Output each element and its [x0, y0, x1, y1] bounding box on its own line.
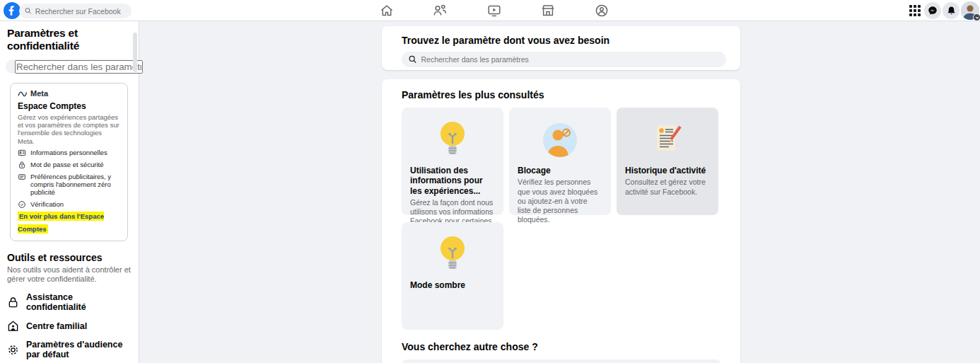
meta-item-password-security[interactable]: Mot de passe et sécurité: [18, 161, 120, 169]
center-navigation: [379, 0, 609, 21]
gear-icon: [7, 344, 19, 356]
friends-icon[interactable]: [433, 4, 448, 18]
accounts-center-description: Gérez vos expériences partagées et vos p…: [18, 113, 120, 145]
id-card-icon: [18, 149, 26, 157]
verification-check-icon: [18, 200, 26, 209]
marketplace-icon[interactable]: [540, 4, 555, 18]
groups-icon[interactable]: [594, 4, 609, 18]
settings-sidebar: Paramètres et confidentialité Meta Espac…: [0, 21, 139, 363]
sidebar-scrollbar[interactable]: [133, 33, 137, 72]
search-icon: [25, 7, 32, 15]
section-title-tools: Outils et ressources: [6, 252, 133, 263]
tile-blocking[interactable]: Blocage Vérifiez les personnes que vous …: [509, 108, 611, 215]
messenger-icon[interactable]: [924, 2, 941, 19]
sidebar-item-default-audience[interactable]: Paramètres d'audience par défaut: [6, 340, 133, 359]
tile-activity-log[interactable]: Historique d'activité Consultez et gérez…: [617, 108, 718, 215]
accounts-center-more-link[interactable]: En voir plus dans l'Espace Comptes: [18, 212, 104, 233]
main-settings-search-bar[interactable]: [402, 52, 726, 67]
privacy-lock-icon: [7, 296, 19, 309]
blocking-icon: [518, 115, 602, 166]
lightbulb-icon: [410, 229, 495, 280]
meta-accounts-center-card[interactable]: Meta Espace Comptes Gérez vos expérience…: [10, 83, 128, 241]
ad-preferences-icon: [18, 173, 26, 181]
top-navigation-bar: [0, 0, 980, 21]
main-content: Trouvez le paramètre dont vous avez beso…: [139, 21, 980, 363]
profile-avatar[interactable]: [961, 1, 979, 20]
settings-tiles: Utilisation des informations pour les ex…: [402, 108, 721, 330]
facebook-search-bar[interactable]: [19, 4, 132, 18]
meta-logo: Meta: [18, 89, 120, 98]
right-navigation: [907, 1, 979, 20]
accounts-center-title: Espace Comptes: [18, 101, 120, 111]
chevron-down-icon: [973, 13, 980, 21]
family-home-icon: [7, 320, 19, 332]
password-security-icon: [18, 161, 26, 169]
meta-infinity-icon: [18, 91, 28, 97]
find-setting-title: Trouvez le paramètre dont vous avez beso…: [402, 35, 725, 46]
other-section-title: Vous cherchez autre chose ?: [402, 341, 721, 352]
page-title: Paramètres et confidentialité: [6, 27, 133, 52]
activity-log-icon: [625, 115, 710, 166]
main-settings-search-input[interactable]: [421, 55, 719, 64]
search-input[interactable]: [35, 7, 126, 16]
search-icon: [409, 55, 417, 64]
section-description-tools: Nos outils vous aident à contrôler et gé…: [6, 265, 132, 285]
sidebar-item-family-center[interactable]: Centre familial: [6, 320, 133, 332]
tile-dark-mode[interactable]: Mode sombre: [402, 222, 503, 330]
sidebar-item-privacy-checkup[interactable]: Assistance confidentialité: [6, 292, 133, 312]
watch-icon[interactable]: [486, 4, 501, 18]
settings-search-input[interactable]: [15, 60, 143, 74]
notifications-bell-icon[interactable]: [943, 2, 959, 19]
find-setting-card: Trouvez le paramètre dont vous avez beso…: [382, 26, 740, 70]
most-viewed-title: Paramètres les plus consultés: [402, 89, 721, 100]
meta-item-verification[interactable]: Vérification: [18, 201, 120, 209]
home-icon[interactable]: [379, 4, 394, 18]
meta-item-ad-preferences[interactable]: Préférences publicitaires, y compris l'a…: [18, 173, 120, 197]
other-settings-row[interactable]: [402, 359, 721, 363]
lightbulb-icon: [410, 115, 495, 166]
meta-item-personal-info[interactable]: Informations personnelles: [18, 149, 120, 157]
settings-search-bar[interactable]: [6, 59, 133, 74]
tile-information-use[interactable]: Utilisation des informations pour les ex…: [402, 108, 503, 215]
apps-grid-icon[interactable]: [907, 3, 923, 18]
facebook-logo[interactable]: [4, 2, 21, 19]
most-viewed-card: Paramètres les plus consultés Utilisatio…: [382, 79, 740, 363]
